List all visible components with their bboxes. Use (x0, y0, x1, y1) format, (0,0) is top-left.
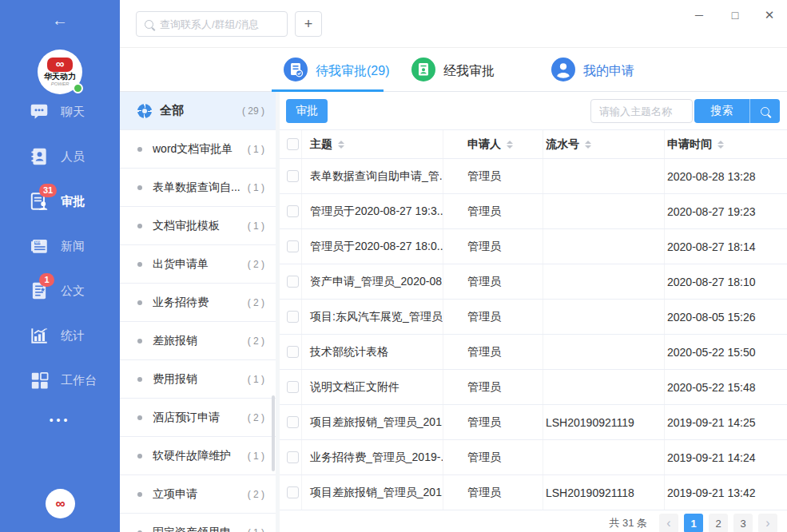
tab-approved-by-me[interactable]: 经我审批 (411, 58, 495, 85)
more-icon[interactable]: ••• (0, 414, 120, 427)
close-button[interactable]: ✕ (753, 0, 785, 30)
table-row[interactable]: 业务招待费_管理员_2019-... 管理员 2019-09-21 14:24 (280, 440, 787, 475)
select-all-checkbox[interactable] (287, 138, 299, 150)
sidebar-item-statistics[interactable]: 统计 (0, 313, 120, 358)
tab-my-applications[interactable]: 我的申请 (551, 58, 634, 85)
contact-search-box[interactable] (136, 11, 288, 37)
bullet-icon (137, 339, 142, 343)
subject-search-input[interactable] (590, 99, 693, 123)
header-serial[interactable]: 流水号 (543, 130, 665, 158)
row-checkbox[interactable] (287, 451, 299, 463)
category-item[interactable]: 费用报销 ( 1 ) (120, 360, 276, 399)
category-item[interactable]: 立项申请 ( 2 ) (120, 475, 276, 514)
table-row[interactable]: 表单数据查询自助申请_管... 管理员 2020-08-28 13:28 (280, 159, 787, 194)
category-label: 文档审批模板 (153, 219, 243, 233)
table-row[interactable]: 项目差旅报销_管理员_201... 管理员 LSH20190921119 201… (280, 405, 787, 440)
row-subject[interactable]: 管理员于2020-08-27 19:3... (302, 194, 443, 228)
table-row[interactable]: 说明文档正文附件 管理员 2020-05-22 15:48 (280, 370, 787, 405)
next-page-icon[interactable]: › (758, 514, 777, 532)
row-apply-time: 2020-08-28 13:28 (665, 159, 787, 193)
row-subject[interactable]: 业务招待费_管理员_2019-... (302, 440, 443, 474)
row-checkbox[interactable] (287, 240, 299, 252)
category-item[interactable]: 业务招待费 ( 2 ) (120, 284, 276, 322)
add-button[interactable]: + (295, 11, 322, 37)
table-row[interactable]: 资产申请_管理员_2020-08... 管理员 2020-08-27 18:10 (280, 264, 787, 300)
row-checkbox[interactable] (287, 486, 299, 498)
header-apply-time[interactable]: 申请时间 (665, 130, 787, 158)
maximize-button[interactable]: □ (719, 0, 751, 30)
category-item[interactable]: 出货申请单 ( 2 ) (120, 245, 276, 284)
category-label: 全部 (160, 103, 237, 118)
table-row[interactable]: 管理员于2020-08-27 19:3... 管理员 2020-08-27 19… (280, 194, 787, 229)
row-apply-time: 2020-08-05 15:26 (665, 300, 787, 334)
sidebar-item-news[interactable]: NEW 新闻 (0, 224, 120, 268)
sidebar-item-people[interactable]: 人员 (0, 134, 120, 179)
category-item[interactable]: 差旅报销 ( 2 ) (120, 322, 276, 360)
user-avatar[interactable]: ∞ 华天动力 POWER (38, 50, 82, 94)
category-item[interactable]: word文档审批单 ( 1 ) (120, 130, 276, 169)
row-applicant: 管理员 (443, 405, 543, 439)
row-checkbox[interactable] (287, 170, 299, 182)
sort-icon[interactable] (585, 141, 591, 149)
row-checkbox[interactable] (287, 205, 299, 217)
row-subject[interactable]: 管理员于2020-08-27 18:0... (302, 229, 443, 264)
row-serial (543, 264, 665, 299)
sidebar-item-approval[interactable]: 31 审批 (0, 179, 120, 224)
sort-icon[interactable] (338, 141, 344, 149)
sidebar-item-official-docs[interactable]: 1 公文 (0, 268, 120, 313)
category-item[interactable]: 全部 ( 29 ) (120, 92, 276, 130)
row-subject[interactable]: 资产申请_管理员_2020-08... (302, 264, 443, 299)
main-content: 审批 搜索 主题 申请人 流水号 (280, 92, 787, 532)
category-item[interactable]: 软硬件故障维护 ( 1 ) (120, 437, 276, 475)
approve-button[interactable]: 审批 (286, 99, 328, 123)
minimize-button[interactable]: ─ (683, 0, 715, 30)
row-subject[interactable]: 项目差旅报销_管理员_201... (302, 475, 443, 510)
bullet-icon (137, 492, 142, 497)
tab-pending-approval[interactable]: 待我审批(29) (284, 58, 389, 85)
table-row[interactable]: 项目:东风汽车展览_管理员... 管理员 2020-08-05 15:26 (280, 300, 787, 335)
row-subject[interactable]: 说明文档正文附件 (302, 370, 443, 404)
category-item[interactable]: 表单数据查询自... ( 1 ) (120, 169, 276, 207)
row-apply-time: 2019-09-21 13:42 (665, 475, 787, 510)
category-item[interactable]: 酒店预订申请 ( 2 ) (120, 399, 276, 437)
sort-icon[interactable] (507, 141, 513, 149)
row-checkbox[interactable] (287, 381, 299, 393)
sidebar-item-workbench[interactable]: 工作台 (0, 358, 120, 403)
header-applicant[interactable]: 申请人 (443, 130, 543, 158)
page-button-1[interactable]: 1 (684, 514, 703, 532)
app-logo-bottom[interactable]: ∞ (46, 489, 75, 518)
prev-page-icon[interactable]: ‹ (659, 514, 678, 532)
page-button-3[interactable]: 3 (733, 514, 753, 532)
sidebar-item-chat[interactable]: 聊天 (0, 89, 120, 134)
row-subject[interactable]: 技术部统计表格 (302, 335, 443, 369)
infinity-logo-icon: ∞ (47, 58, 73, 72)
table-row[interactable]: 技术部统计表格 管理员 2020-05-22 15:50 (280, 335, 787, 370)
row-checkbox[interactable] (287, 276, 299, 288)
back-icon[interactable]: ← (0, 11, 120, 30)
page-button-2[interactable]: 2 (709, 514, 728, 532)
category-count: ( 29 ) (242, 105, 264, 117)
row-subject[interactable]: 项目:东风汽车展览_管理员... (302, 300, 443, 334)
total-count: 共 31 条 (609, 516, 647, 530)
row-apply-time: 2019-09-21 14:24 (665, 440, 787, 474)
row-serial: LSH20190921118 (543, 475, 665, 510)
category-item[interactable]: 文档审批模板 ( 1 ) (120, 207, 276, 245)
contact-search-input[interactable] (160, 18, 272, 30)
sort-icon[interactable] (717, 141, 724, 149)
category-item[interactable]: 固定资产领用申... ( 1 ) (120, 514, 276, 532)
row-apply-time: 2020-05-22 15:48 (665, 370, 787, 404)
row-checkbox[interactable] (287, 416, 299, 428)
header-subject[interactable]: 主题 (302, 130, 443, 158)
search-button[interactable]: 搜索 (694, 99, 750, 123)
official-doc-icon: 1 (29, 280, 50, 301)
row-checkbox[interactable] (287, 311, 299, 323)
row-checkbox[interactable] (287, 346, 299, 358)
category-scrollbar[interactable] (272, 395, 275, 471)
row-subject[interactable]: 表单数据查询自助申请_管... (302, 159, 443, 193)
advanced-search-button[interactable] (750, 99, 780, 123)
row-applicant: 管理员 (443, 264, 543, 299)
chat-icon (29, 101, 50, 122)
table-row[interactable]: 项目差旅报销_管理员_201... 管理员 LSH20190921118 201… (280, 475, 787, 510)
row-subject[interactable]: 项目差旅报销_管理员_201... (302, 405, 443, 439)
table-row[interactable]: 管理员于2020-08-27 18:0... 管理员 2020-08-27 18… (280, 229, 787, 264)
